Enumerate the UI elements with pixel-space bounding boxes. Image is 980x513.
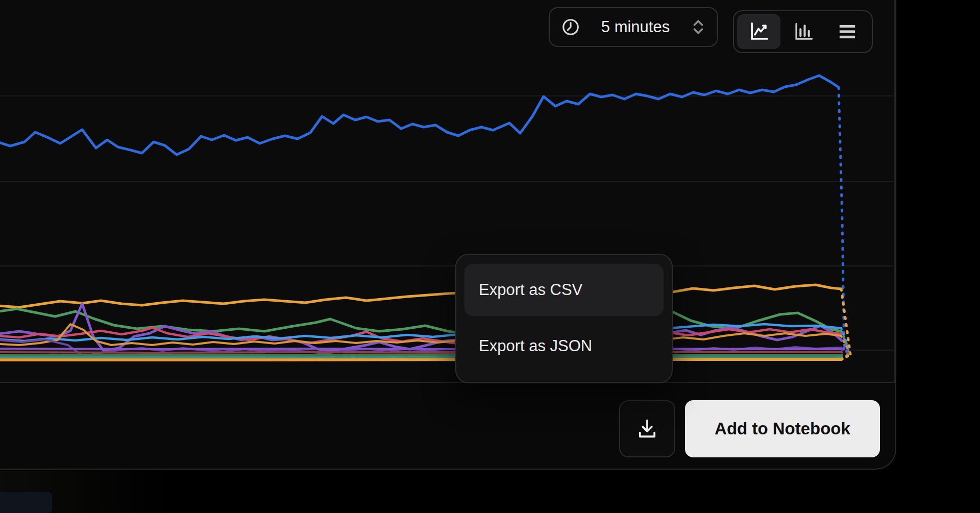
chevron-up-down-icon — [691, 19, 706, 35]
chart-series-purple-flat — [0, 349, 841, 349]
chart-series-orange-1 — [0, 285, 841, 307]
view-bar-chart-button[interactable] — [781, 14, 825, 49]
time-range-value: 5 minutes — [589, 18, 682, 36]
add-to-notebook-button[interactable]: Add to Notebook — [685, 400, 880, 457]
clock-icon — [561, 17, 580, 37]
chart-series-blue-primary-dashed-tail — [839, 87, 844, 355]
chart-series-maroon-flat — [0, 352, 841, 353]
chart-series-blue-primary — [0, 76, 839, 155]
page: 5 minutes — [0, 0, 980, 513]
chart-svg — [0, 0, 893, 381]
export-context-menu: Export as CSV Export as JSON — [455, 254, 673, 383]
download-icon — [635, 417, 659, 441]
chart-view-toggle-group — [733, 10, 873, 53]
list-icon — [837, 21, 858, 42]
chart-plot-area — [0, 0, 895, 383]
time-range-select[interactable]: 5 minutes — [549, 7, 718, 47]
line-chart-icon — [748, 21, 769, 42]
view-list-button[interactable] — [825, 14, 869, 49]
menu-item-export-csv[interactable]: Export as CSV — [464, 264, 664, 316]
chart-series-amber-bottom — [0, 359, 841, 360]
bottom-left-partial-element — [0, 492, 52, 513]
menu-item-export-json[interactable]: Export as JSON — [464, 320, 664, 372]
view-line-chart-button[interactable] — [737, 14, 780, 49]
download-button[interactable] — [619, 400, 675, 457]
bar-chart-icon — [792, 21, 814, 42]
